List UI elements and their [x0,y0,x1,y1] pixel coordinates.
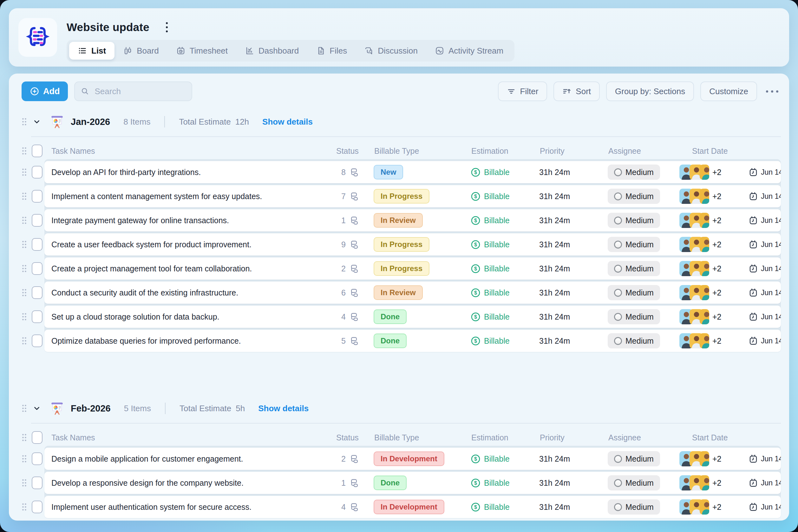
chevron-down-icon[interactable] [33,118,41,126]
show-details-link[interactable]: Show details [262,117,313,127]
estimation-value: 31h 24m [539,288,608,298]
row-checkbox[interactable] [32,214,42,227]
status-badge[interactable]: In Progress [374,189,429,204]
subtask-count: 1 [341,478,346,488]
select-all-checkbox[interactable] [32,145,42,157]
priority-pill[interactable]: Medium [608,309,660,324]
row-checkbox[interactable] [32,310,42,323]
start-date-value: Jun 14, 2 [761,503,781,511]
search-input[interactable] [94,86,186,97]
priority-pill[interactable]: Medium [608,237,660,252]
task-card[interactable]: Implement a content management system fo… [44,185,781,207]
priority-pill[interactable]: Medium [608,165,660,180]
status-badge[interactable]: In Development [374,452,444,466]
task-card[interactable]: Conduct a security audit of the existing… [44,282,781,304]
tab-timesheet[interactable]: Timesheet [167,42,236,60]
drag-handle-icon[interactable] [22,192,27,201]
row-checkbox[interactable] [32,238,42,251]
start-date-value: Jun 14, 2 [761,168,781,176]
tab-board[interactable]: Board [114,42,167,60]
sort-button[interactable]: Sort [554,81,600,101]
table-row: Integrate payment gateway for online tra… [22,209,781,231]
row-checkbox[interactable] [32,452,42,465]
row-checkbox[interactable] [32,335,42,347]
task-card[interactable]: Set up a cloud storage solution for data… [44,306,781,328]
tab-activity-stream[interactable]: Activity Stream [426,42,512,60]
chevron-down-icon[interactable] [33,404,41,413]
tab-list[interactable]: List [69,42,114,60]
group-by-button[interactable]: Group by: Sections [606,81,694,101]
svg-text:$: $ [474,338,477,344]
drag-handle-icon[interactable] [22,240,27,249]
assignee-avatars [680,333,709,348]
task-card[interactable]: Integrate payment gateway for online tra… [44,209,781,231]
drag-handle-icon[interactable] [22,288,27,297]
drag-handle-icon[interactable] [22,404,27,413]
task-card[interactable]: Design a mobile application for customer… [44,448,781,470]
drag-handle-icon[interactable] [22,147,27,155]
row-checkbox[interactable] [32,286,42,299]
calendar-clock-icon [748,264,758,273]
status-badge[interactable]: New [374,165,403,179]
customize-button[interactable]: Customize [700,81,757,101]
filter-button[interactable]: Filter [498,81,548,101]
task-name: Optimize database queries for improved p… [44,336,336,346]
task-card[interactable]: Optimize database queries for improved p… [44,330,781,352]
select-all-checkbox[interactable] [32,431,42,444]
status-badge[interactable]: In Review [374,285,423,300]
priority-pill[interactable]: Medium [608,189,660,204]
task-card[interactable]: Create a user feedback system for produc… [44,233,781,255]
task-card[interactable]: Develop a responsive design for the comp… [44,472,781,494]
assignee-more-count: +2 [712,264,722,273]
drag-handle-icon[interactable] [22,264,27,273]
billable-label: Billable [484,478,510,488]
status-badge[interactable]: In Review [374,213,423,228]
tab-discussion[interactable]: Discussion [355,42,426,60]
drag-handle-icon[interactable] [22,312,27,321]
assignee-avatars [680,237,709,252]
status-badge[interactable]: In Progress [374,237,429,252]
priority-pill[interactable]: Medium [608,475,660,491]
priority-pill[interactable]: Medium [608,451,660,467]
billable-label: Billable [484,454,510,463]
row-checkbox[interactable] [32,476,42,489]
drag-handle-icon[interactable] [22,337,27,345]
table-row: Set up a cloud storage solution for data… [22,306,781,328]
drag-handle-icon[interactable] [22,433,27,442]
task-card[interactable]: Develop an API for third-party integrati… [44,161,781,183]
status-badge[interactable]: In Development [374,500,444,514]
row-checkbox[interactable] [32,166,42,178]
status-badge[interactable]: Done [374,476,407,490]
priority-label: Medium [626,192,654,201]
priority-pill[interactable]: Medium [608,261,660,276]
drag-handle-icon[interactable] [22,168,27,176]
tab-dashboard[interactable]: Dashboard [236,42,307,60]
status-badge[interactable]: In Progress [374,261,429,276]
row-checkbox[interactable] [32,190,42,203]
avatar [700,499,709,515]
row-checkbox[interactable] [32,262,42,275]
priority-pill[interactable]: Medium [608,213,660,228]
task-name: Conduct a security audit of the existing… [44,288,336,298]
drag-handle-icon[interactable] [22,503,27,511]
priority-pill[interactable]: Medium [608,285,660,300]
more-options-button[interactable] [763,90,781,93]
priority-pill[interactable]: Medium [608,333,660,348]
drag-handle-icon[interactable] [22,216,27,225]
row-checkbox[interactable] [32,500,42,513]
drag-handle-icon[interactable] [22,455,27,463]
add-button[interactable]: Add [22,81,68,101]
drag-handle-icon[interactable] [22,118,27,126]
task-card[interactable]: Implement user authentication system for… [44,496,781,518]
assignee-avatars [680,451,709,467]
task-card[interactable]: Create a project management tool for tea… [44,258,781,280]
status-badge[interactable]: Done [374,309,407,324]
show-details-link[interactable]: Show details [258,404,309,414]
drag-handle-icon[interactable] [22,479,27,487]
tab-files[interactable]: Files [307,42,355,60]
status-badge[interactable]: Done [374,334,407,348]
assignee-more-count: +2 [712,216,722,225]
priority-pill[interactable]: Medium [608,499,660,515]
kebab-menu-icon[interactable] [165,21,169,34]
divider [165,403,166,414]
